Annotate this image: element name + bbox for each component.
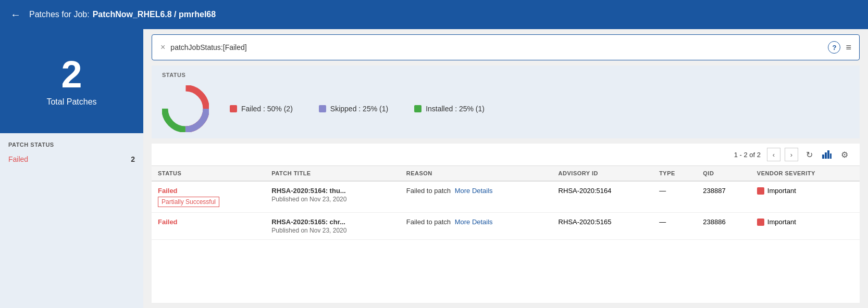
bar-chart-icon: [822, 150, 832, 159]
cell-type-1: —: [653, 181, 697, 213]
legend-label-failed: Failed : 50% (2): [241, 105, 293, 113]
patch-published-2: Published on Nov 23, 2020: [271, 227, 393, 234]
legend-item-installed: Installed : 25% (1): [414, 105, 485, 113]
more-details-link-2[interactable]: More Details: [455, 218, 493, 226]
cell-reason-1: Failed to patch More Details: [400, 181, 552, 213]
cell-severity-1: Important: [751, 181, 860, 213]
col-patch-title: PATCH TITLE: [265, 166, 400, 181]
legend-color-installed: [414, 105, 421, 112]
search-input[interactable]: [170, 43, 828, 52]
patch-published-1: Published on Nov 23, 2020: [271, 196, 393, 203]
search-help-icon[interactable]: ?: [828, 41, 840, 54]
svg-rect-5: [825, 152, 827, 159]
cell-patch-title-2: RHSA-2020:5165: chr... Published on Nov …: [265, 213, 400, 240]
legend-label-skipped: Skipped : 25% (1): [330, 105, 388, 113]
stats-section: 2 Total Patches: [0, 29, 143, 133]
cell-advisory-1: RHSA-2020:5164: [552, 181, 653, 213]
pagination-next-button[interactable]: ›: [785, 148, 798, 161]
cell-type-2: —: [653, 213, 697, 240]
cell-status-1: Failed Partially Successful: [152, 181, 265, 213]
cell-qid-2: 238886: [697, 213, 751, 240]
severity-color-1: [757, 187, 764, 195]
svg-point-3: [172, 96, 199, 122]
severity-color-2: [757, 219, 764, 226]
refresh-button[interactable]: ↻: [802, 148, 816, 161]
header: ← Patches for Job: PatchNow_RHEL6.8 / pm…: [0, 0, 868, 29]
cell-qid-1: 238887: [697, 181, 751, 213]
reason-text-2: Failed to patch: [406, 218, 451, 226]
legend-color-skipped: [319, 105, 326, 112]
cell-status-2: Failed: [152, 213, 265, 240]
patch-status-title: PATCH STATUS: [8, 142, 135, 148]
legend-item-skipped: Skipped : 25% (1): [319, 105, 388, 113]
table-row: Failed Partially Successful RHSA-2020:51…: [152, 181, 860, 213]
severity-badge-2: Important: [757, 218, 853, 226]
cell-severity-2: Important: [751, 213, 860, 240]
header-title-prefix: Patches for Job:: [29, 10, 90, 19]
table-row: Failed RHSA-2020:5165: chr... Published …: [152, 213, 860, 240]
status-section-title: STATUS: [162, 72, 849, 78]
svg-rect-7: [830, 153, 832, 159]
left-panel: 2 Total Patches PATCH STATUS Failed 2: [0, 29, 143, 308]
patch-status-section: PATCH STATUS Failed 2: [0, 133, 143, 308]
donut-svg: [162, 85, 209, 132]
patch-status-count: 2: [131, 155, 135, 163]
legend-items: Failed : 50% (2) Skipped : 25% (1) Insta…: [230, 105, 485, 113]
status-chart-row: Failed : 50% (2) Skipped : 25% (1) Insta…: [162, 85, 849, 132]
pagination-info: 1 - 2 of 2: [734, 151, 761, 159]
chart-icon-button[interactable]: [820, 148, 834, 161]
col-qid: QID: [697, 166, 751, 181]
patch-title-2: RHSA-2020:5165: chr...: [271, 218, 393, 226]
legend-color-failed: [230, 105, 237, 112]
col-reason: REASON: [400, 166, 552, 181]
legend-label-installed: Installed : 25% (1): [426, 105, 485, 113]
status-section: STATUS: [152, 66, 860, 138]
severity-label-1: Important: [767, 187, 796, 195]
severity-label-2: Important: [767, 218, 796, 226]
col-status: STATUS: [152, 166, 265, 181]
settings-button[interactable]: ⚙: [838, 148, 851, 161]
donut-chart: [162, 85, 209, 132]
patch-status-row: Failed 2: [8, 153, 135, 165]
svg-rect-4: [822, 155, 824, 159]
search-clear-icon[interactable]: ×: [160, 43, 165, 52]
data-table: STATUS PATCH TITLE REASON ADVISORY ID TY…: [152, 166, 860, 240]
patch-status-name: Failed: [8, 155, 28, 163]
cell-patch-title-1: RHSA-2020:5164: thu... Published on Nov …: [265, 181, 400, 213]
table-section: 1 - 2 of 2 ‹ › ↻ ⚙ STA: [152, 144, 860, 303]
pagination-prev-button[interactable]: ‹: [767, 148, 780, 161]
total-patches-number: 2: [61, 56, 82, 93]
more-details-link-1[interactable]: More Details: [455, 187, 493, 195]
table-toolbar: 1 - 2 of 2 ‹ › ↻ ⚙: [152, 144, 860, 166]
main-layout: 2 Total Patches PATCH STATUS Failed 2 × …: [0, 29, 868, 308]
total-patches-label: Total Patches: [46, 97, 96, 107]
table-header-row: STATUS PATCH TITLE REASON ADVISORY ID TY…: [152, 166, 860, 181]
legend-item-failed: Failed : 50% (2): [230, 105, 293, 113]
severity-badge-1: Important: [757, 187, 853, 195]
status-partially-1: Partially Successful: [158, 197, 219, 207]
patch-title-1: RHSA-2020:5164: thu...: [271, 187, 393, 195]
reason-text-1: Failed to patch: [406, 187, 451, 195]
search-bar: × ? ≡: [152, 34, 860, 60]
status-section-inner: STATUS: [162, 72, 849, 132]
status-failed-1: Failed: [158, 187, 178, 195]
cell-reason-2: Failed to patch More Details: [400, 213, 552, 240]
col-type: TYPE: [653, 166, 697, 181]
col-advisory-id: ADVISORY ID: [552, 166, 653, 181]
search-menu-icon[interactable]: ≡: [846, 42, 851, 53]
col-vendor-severity: VENDOR SEVERITY: [751, 166, 860, 181]
status-failed-2: Failed: [158, 218, 178, 226]
svg-rect-6: [827, 150, 829, 159]
back-button[interactable]: ←: [10, 9, 21, 21]
cell-advisory-2: RHSA-2020:5165: [552, 213, 653, 240]
header-title-bold: PatchNow_RHEL6.8 / pmrhel68: [93, 10, 216, 19]
right-panel: × ? ≡ STATUS: [143, 29, 868, 308]
